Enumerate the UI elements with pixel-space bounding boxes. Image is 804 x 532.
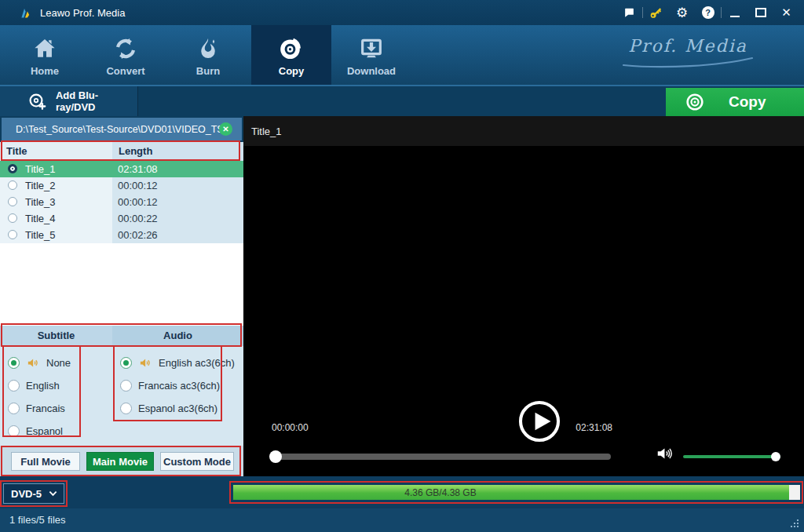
title-radio[interactable] bbox=[8, 213, 17, 223]
subtitle-option[interactable]: None bbox=[8, 352, 71, 374]
track-headers: Subtitle Audio bbox=[0, 326, 243, 346]
audio-option[interactable]: Francais ac3(6ch) bbox=[120, 374, 235, 397]
burn-flame-icon bbox=[196, 34, 220, 64]
resize-grip-icon[interactable] bbox=[791, 519, 799, 527]
capacity-label: 4.36 GB/4.38 GB bbox=[404, 487, 476, 498]
audio-options: English ac3(6ch)Francais ac3(6ch)Espanol… bbox=[120, 352, 235, 420]
audio-option[interactable]: English ac3(6ch) bbox=[120, 352, 235, 374]
mode-button-full-movie[interactable]: Full Movie bbox=[11, 452, 80, 471]
subtitle-option-label: English bbox=[26, 380, 60, 392]
title-name: Title_4 bbox=[25, 213, 56, 224]
status-bar: 1 files/5 files bbox=[0, 508, 804, 532]
mode-button-main-movie[interactable]: Main Movie bbox=[86, 452, 154, 471]
audio-radio[interactable] bbox=[120, 380, 132, 392]
subtitle-option-label: None bbox=[46, 357, 71, 369]
subtitle-radio[interactable] bbox=[8, 380, 20, 392]
copy-action-button[interactable]: Copy bbox=[666, 88, 804, 116]
title-length: 00:00:22 bbox=[118, 213, 158, 224]
audio-radio[interactable] bbox=[120, 403, 132, 414]
subtitle-option[interactable]: Espanol bbox=[8, 420, 71, 443]
capacity-progress-bar: 4.36 GB/4.38 GB bbox=[233, 485, 800, 500]
preview-header: Title_1 bbox=[243, 116, 804, 146]
audio-option-label: English ac3(6ch) bbox=[159, 357, 235, 369]
length-column-header[interactable]: Length bbox=[112, 142, 243, 161]
subtitle-header: Subtitle bbox=[0, 326, 112, 346]
help-icon[interactable]: ? bbox=[695, 0, 721, 25]
table-row[interactable]: Title_102:31:08 bbox=[0, 161, 243, 177]
add-bluray-dvd-button[interactable]: Add Blu-ray/DVD bbox=[0, 86, 138, 116]
subtitle-radio[interactable] bbox=[8, 403, 20, 414]
mode-button-custom-mode[interactable]: Custom Mode bbox=[160, 452, 234, 471]
tab-burn[interactable]: Burn bbox=[168, 25, 248, 85]
audio-option[interactable]: Espanol ac3(6ch) bbox=[120, 397, 235, 420]
copy-mode-bar: Full MovieMain MovieCustom Mode bbox=[0, 446, 243, 476]
title-radio[interactable] bbox=[8, 230, 17, 239]
subtitle-option-label: Espanol bbox=[26, 425, 63, 437]
play-button[interactable] bbox=[517, 399, 562, 444]
audio-radio[interactable] bbox=[120, 357, 132, 369]
title-name: Title_1 bbox=[25, 163, 56, 175]
title-column-header[interactable]: Title bbox=[0, 142, 112, 161]
close-button[interactable]: ✕ bbox=[773, 0, 799, 25]
feedback-icon[interactable] bbox=[616, 0, 642, 25]
volume-thumb[interactable] bbox=[771, 452, 780, 461]
subtitle-radio[interactable] bbox=[8, 425, 20, 437]
tab-burn-label: Burn bbox=[196, 65, 220, 77]
download-icon bbox=[359, 34, 384, 64]
add-button-label: Add Blu-ray/DVD bbox=[56, 89, 137, 113]
maximize-button[interactable] bbox=[747, 0, 773, 25]
copy-button-disc-icon bbox=[685, 92, 705, 112]
subtitle-options: NoneEnglishFrancaisEspanol bbox=[8, 352, 71, 443]
title-radio[interactable] bbox=[8, 180, 17, 190]
leawo-logo-icon bbox=[19, 6, 32, 20]
subtitle-option[interactable]: English bbox=[8, 374, 71, 397]
elapsed-time: 00:00:00 bbox=[272, 422, 309, 433]
minimize-button[interactable] bbox=[722, 0, 747, 25]
register-key-icon[interactable] bbox=[643, 0, 669, 25]
title-length: 02:31:08 bbox=[118, 163, 158, 175]
subtitle-radio[interactable] bbox=[8, 357, 20, 369]
brand-swoosh bbox=[620, 56, 755, 68]
table-row[interactable]: Title_300:00:12 bbox=[0, 194, 243, 210]
volume-icon[interactable] bbox=[655, 445, 674, 465]
bottom-bar: DVD-5 4.36 GB/4.38 GB bbox=[0, 476, 804, 508]
seek-thumb[interactable] bbox=[269, 450, 282, 463]
title-table-rows: Title_102:31:08Title_200:00:12Title_300:… bbox=[0, 161, 243, 243]
title-radio[interactable] bbox=[8, 164, 17, 173]
chevron-down-icon bbox=[49, 490, 57, 497]
tab-convert[interactable]: Convert bbox=[86, 25, 166, 85]
source-panel: D:\Test_Source\Test-Source\DVD01\VIDEO_T… bbox=[0, 116, 243, 476]
audio-option-label: Espanol ac3(6ch) bbox=[138, 403, 217, 414]
remove-source-icon[interactable]: ✕ bbox=[219, 122, 232, 136]
home-icon bbox=[32, 34, 57, 64]
table-row[interactable]: Title_500:02:26 bbox=[0, 227, 243, 243]
tab-copy[interactable]: Copy bbox=[251, 25, 331, 85]
title-length: 00:00:12 bbox=[118, 180, 158, 191]
tab-copy-label: Copy bbox=[279, 65, 305, 77]
tab-download[interactable]: Download bbox=[331, 25, 411, 85]
video-preview: Title_1 00:00:00 02:31:08 bbox=[243, 116, 804, 476]
table-row[interactable]: Title_400:00:22 bbox=[0, 210, 243, 227]
title-length: 00:02:26 bbox=[118, 229, 158, 241]
subtitle-option[interactable]: Francais bbox=[8, 397, 71, 420]
tab-download-label: Download bbox=[347, 65, 396, 77]
table-row[interactable]: Title_200:00:12 bbox=[0, 177, 243, 194]
convert-icon bbox=[113, 34, 138, 64]
source-path-wrap: D:\Test_Source\Test-Source\DVD01\VIDEO_T… bbox=[0, 116, 243, 142]
title-radio[interactable] bbox=[8, 197, 17, 206]
disc-format-select[interactable]: DVD-5 bbox=[3, 483, 64, 504]
title-name: Title_3 bbox=[25, 196, 56, 208]
brand-script-text: Prof. Media bbox=[620, 36, 755, 56]
duration-time: 02:31:08 bbox=[526, 422, 612, 433]
tab-home[interactable]: Home bbox=[5, 25, 85, 85]
speaker-icon bbox=[25, 357, 40, 369]
disc-format-value: DVD-5 bbox=[11, 488, 49, 500]
volume-slider[interactable] bbox=[683, 455, 780, 458]
titlebar: Leawo Prof. Media ⚙ ? ✕ bbox=[0, 0, 804, 25]
subtitle-option-label: Francais bbox=[26, 403, 65, 414]
add-disc-icon bbox=[28, 93, 46, 111]
seek-bar[interactable] bbox=[272, 454, 611, 460]
settings-gear-icon[interactable]: ⚙ bbox=[669, 0, 695, 25]
window-title: Leawo Prof. Media bbox=[40, 7, 125, 19]
copy-disc-icon bbox=[277, 34, 305, 64]
